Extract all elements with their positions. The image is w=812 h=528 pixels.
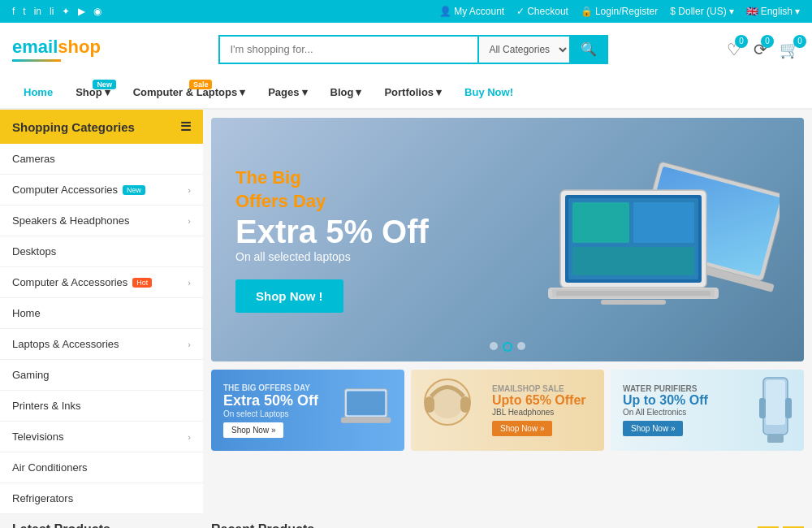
sidebar-menu-icon: ☰ (180, 119, 191, 134)
search-bar: All Categories 🔍 (218, 35, 608, 64)
sidebar-item-speakers[interactable]: Speakers & Headphones › (0, 206, 203, 236)
latest-products-section: Latest Products (0, 514, 203, 528)
svg-rect-20 (460, 396, 470, 413)
svg-rect-25 (767, 435, 784, 443)
sidebar-item-computer-accessories-hot[interactable]: Computer & Accessories Hot › (0, 267, 203, 298)
sub-banner-1-image (341, 378, 398, 445)
social-links: f t in li ✦ ▶ ◉ (12, 6, 102, 17)
sub-banner-2-button[interactable]: Shop Now » (492, 421, 552, 436)
new-tag: New (123, 185, 145, 195)
hero-text: The BigOffers Day Extra 5% Off On all se… (235, 167, 429, 312)
flickr-icon[interactable]: ✦ (62, 6, 70, 17)
content-area: The BigOffers Day Extra 5% Off On all se… (203, 110, 812, 514)
dot-1[interactable] (490, 342, 498, 350)
search-icon: 🔍 (581, 42, 597, 56)
hero-subtitle: The BigOffers Day (235, 167, 429, 213)
svg-rect-12 (556, 291, 710, 296)
sub-banner-laptops: THE BIG OFFERS DAY Extra 50% Off On sele… (211, 370, 404, 451)
nav-blog[interactable]: Blog ▾ (319, 76, 374, 108)
laptop-illustration (520, 149, 780, 328)
login-link[interactable]: 🔒 Login/Register (581, 6, 658, 17)
chevron-down-icon: ▾ (436, 86, 442, 98)
cart-badge: 0 (793, 35, 806, 48)
chevron-down-icon: ▾ (356, 86, 361, 98)
sidebar-item-air-conditioners[interactable]: Air Conditioners (0, 452, 203, 483)
checkout-icon: ✓ (516, 6, 525, 17)
shopping-categories-title: Shopping Categories (12, 120, 135, 134)
dot-2[interactable] (503, 342, 512, 352)
sidebar-item-desktops[interactable]: Desktops (0, 236, 203, 267)
currency-selector[interactable]: $ Doller (US) ▾ (670, 6, 733, 17)
svg-rect-13 (601, 300, 666, 305)
language-selector[interactable]: 🇬🇧 English ▾ (746, 6, 800, 17)
svg-rect-22 (766, 380, 785, 425)
dot-3[interactable] (517, 342, 525, 350)
sub-banner-1-button[interactable]: Shop Now » (223, 422, 283, 438)
chevron-right-icon: › (188, 432, 191, 442)
my-account-link[interactable]: 👤 My Account (439, 6, 504, 17)
sidebar-item-laptops[interactable]: Laptops & Accessories › (0, 329, 203, 360)
checkout-link[interactable]: ✓ Checkout (516, 6, 568, 17)
svg-rect-8 (633, 202, 694, 243)
main-nav: Home Shop New ▾ Computer & Laptops Sale … (0, 76, 812, 110)
chevron-right-icon: › (188, 340, 191, 349)
sub-banner-2-sub: JBL Headphones (492, 408, 592, 417)
user-icon: 👤 (439, 6, 451, 17)
twitter-icon[interactable]: t (23, 6, 25, 17)
logo[interactable]: emailshop (12, 37, 101, 62)
flag-icon: 🇬🇧 (746, 6, 758, 17)
nav-computer-laptops[interactable]: Computer & Laptops Sale ▾ (122, 76, 257, 108)
chevron-right-icon: › (188, 216, 191, 226)
category-select[interactable]: All Categories (477, 35, 569, 64)
recent-products-header: Recent Products ‹ › (211, 522, 804, 528)
nav-pages[interactable]: Pages ▾ (257, 76, 318, 108)
instagram-icon[interactable]: in (34, 6, 41, 17)
svg-rect-24 (785, 398, 792, 418)
sidebar: Shopping Categories ☰ Cameras Computer A… (0, 110, 203, 514)
hero-discount: Extra 5% Off (235, 214, 429, 250)
search-input[interactable] (218, 35, 477, 64)
svg-rect-15 (347, 391, 385, 415)
lock-icon: 🔒 (581, 6, 593, 17)
chevron-down-icon: ▾ (240, 86, 245, 98)
wishlist-badge: 0 (735, 35, 748, 48)
rss-icon[interactable]: ◉ (93, 6, 102, 17)
cart-button[interactable]: 🛒 0 (780, 40, 800, 59)
nav-home[interactable]: Home (12, 76, 64, 108)
compare-button[interactable]: ⟳ 0 (754, 40, 767, 59)
sidebar-item-computer-accessories[interactable]: Computer Accessories New › (0, 175, 203, 206)
sale-badge: Sale (189, 80, 213, 89)
svg-rect-7 (572, 202, 629, 243)
youtube-icon[interactable]: ▶ (78, 6, 85, 17)
top-bar: f t in li ✦ ▶ ◉ 👤 My Account ✓ Checkout … (0, 0, 812, 23)
hero-banner: The BigOffers Day Extra 5% Off On all se… (211, 118, 804, 361)
svg-rect-16 (341, 418, 391, 423)
sidebar-item-cameras[interactable]: Cameras (0, 144, 203, 175)
sub-banners: THE BIG OFFERS DAY Extra 50% Off On sele… (211, 370, 804, 451)
sub-banner-headphones: emailshop sale Upto 65% Offer JBL Headph… (411, 370, 604, 451)
sidebar-item-refrigerators[interactable]: Refrigerators (0, 483, 203, 514)
sub-banner-2-offer: Upto 65% Offer (492, 393, 592, 408)
sidebar-item-printers[interactable]: Printers & Inks (0, 391, 203, 422)
hot-tag: Hot (132, 278, 152, 288)
nav-buy-now[interactable]: Buy Now! (453, 76, 525, 108)
sidebar-item-gaming[interactable]: Gaming (0, 360, 203, 391)
nav-portfolios[interactable]: Portfolios ▾ (373, 76, 453, 108)
sub-banner-purifiers: WATER PURIFIERS Up to 30% Off On All Ele… (611, 370, 804, 451)
carousel-dots (490, 342, 525, 352)
sidebar-item-televisions[interactable]: Televisions › (0, 422, 203, 452)
wishlist-button[interactable]: ♡ 0 (727, 40, 741, 59)
sub-banner-2-image (415, 374, 480, 447)
search-button[interactable]: 🔍 (569, 35, 608, 64)
sidebar-item-home[interactable]: Home (0, 298, 203, 329)
facebook-icon[interactable]: f (12, 6, 15, 17)
nav-shop[interactable]: Shop New ▾ (64, 76, 122, 108)
recent-products-section: Recent Products ‹ › (203, 514, 812, 528)
chevron-right-icon: › (188, 185, 191, 195)
compare-badge: 0 (761, 35, 774, 48)
sub-banner-3-button[interactable]: Shop Now » (623, 421, 683, 436)
hero-image (520, 149, 780, 331)
linkedin-icon[interactable]: li (50, 6, 54, 17)
chevron-down-icon: ▾ (302, 86, 308, 98)
shop-now-button[interactable]: Shop Now ! (235, 279, 343, 313)
